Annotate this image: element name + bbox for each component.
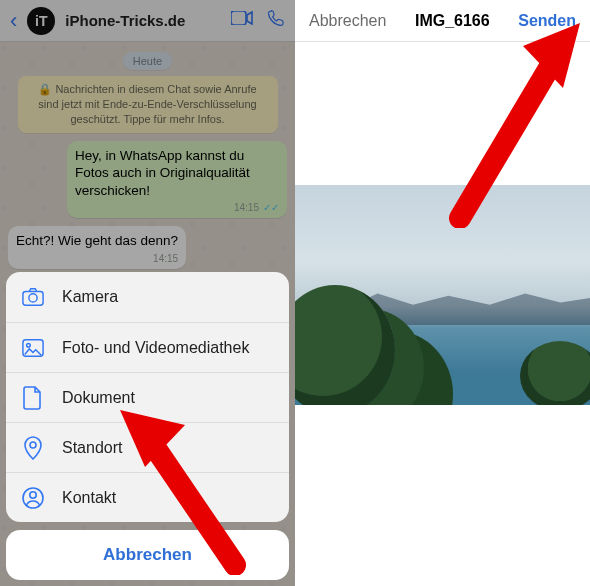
sheet-item-document[interactable]: Dokument [6,372,289,422]
sheet-item-location[interactable]: Standort [6,422,289,472]
sheet-cancel-label: Abbrechen [103,545,192,565]
sheet-item-label: Standort [62,439,122,457]
location-icon [22,436,44,460]
doc-cancel-button[interactable]: Abbrechen [309,12,386,30]
action-sheet-group: Kamera Foto- und Videomediathek Dokument… [6,272,289,522]
gallery-icon [22,338,44,358]
svg-point-2 [29,294,37,302]
svg-point-4 [27,343,31,347]
whatsapp-chat-screen: ‹ iT iPhone-Tricks.de Heute 🔒Nachrichten… [0,0,295,586]
sheet-item-gallery[interactable]: Foto- und Videomediathek [6,322,289,372]
doc-send-button[interactable]: Senden [518,12,576,30]
svg-point-7 [30,491,36,497]
svg-point-5 [30,442,36,448]
sheet-item-label: Dokument [62,389,135,407]
sheet-item-label: Kamera [62,288,118,306]
doc-header: Abbrechen IMG_6166 Senden [295,0,590,42]
document-send-screen: Abbrechen IMG_6166 Senden [295,0,590,586]
doc-title: IMG_6166 [415,12,490,30]
sheet-cancel-button[interactable]: Abbrechen [6,530,289,580]
sheet-item-contact[interactable]: Kontakt [6,472,289,522]
contact-icon [22,487,44,509]
sheet-item-camera[interactable]: Kamera [6,272,289,322]
document-icon [22,386,44,410]
attachment-action-sheet: Kamera Foto- und Videomediathek Dokument… [6,272,289,580]
camera-icon [22,287,44,307]
sheet-item-label: Foto- und Videomediathek [62,339,249,357]
sheet-item-label: Kontakt [62,489,116,507]
image-preview[interactable] [295,185,590,405]
